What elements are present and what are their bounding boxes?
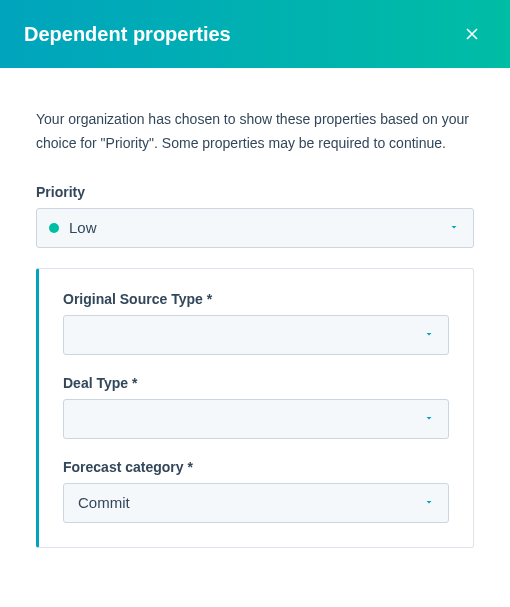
modal-header: Dependent properties xyxy=(0,0,510,68)
priority-select[interactable]: Low xyxy=(36,208,474,248)
modal-title: Dependent properties xyxy=(24,23,231,46)
priority-value: Low xyxy=(69,219,97,236)
priority-select-wrapper: Low xyxy=(36,208,474,248)
forecast-category-value: Commit xyxy=(78,494,130,511)
deal-type-group: Deal Type * xyxy=(63,375,449,439)
deal-type-label: Deal Type * xyxy=(63,375,449,391)
deal-type-select[interactable] xyxy=(63,399,449,439)
priority-field-group: Priority Low xyxy=(36,184,474,248)
forecast-category-select[interactable]: Commit xyxy=(63,483,449,523)
deal-type-wrapper xyxy=(63,399,449,439)
original-source-type-select[interactable] xyxy=(63,315,449,355)
forecast-category-label: Forecast category * xyxy=(63,459,449,475)
priority-label: Priority xyxy=(36,184,474,200)
description-text: Your organization has chosen to show the… xyxy=(36,108,474,156)
original-source-type-label: Original Source Type * xyxy=(63,291,449,307)
close-icon xyxy=(462,24,482,44)
original-source-type-group: Original Source Type * xyxy=(63,291,449,355)
modal-content: Your organization has chosen to show the… xyxy=(0,68,510,572)
forecast-category-wrapper: Commit xyxy=(63,483,449,523)
dependent-fields-panel: Original Source Type * Deal Type * xyxy=(36,268,474,548)
close-button[interactable] xyxy=(458,20,486,48)
priority-status-dot xyxy=(49,223,59,233)
original-source-type-wrapper xyxy=(63,315,449,355)
forecast-category-group: Forecast category * Commit xyxy=(63,459,449,523)
